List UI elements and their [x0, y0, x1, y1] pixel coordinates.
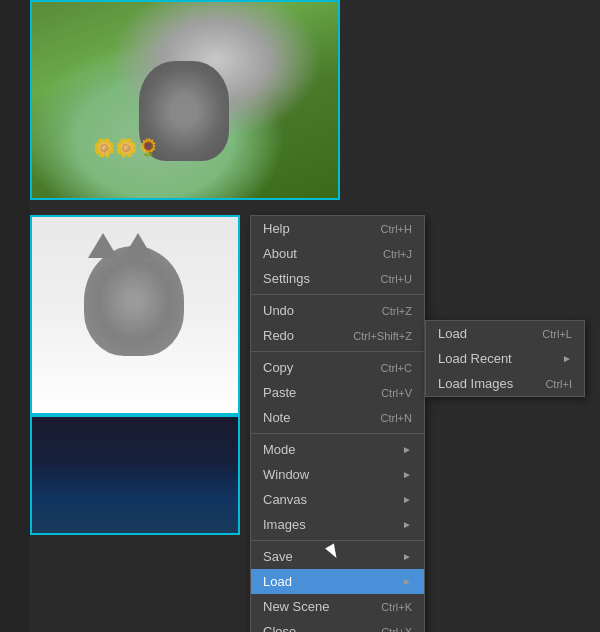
menu-item-save[interactable]: Save ►	[251, 544, 424, 569]
submenu-arrow-save: ►	[402, 551, 412, 562]
main-area: Help Ctrl+H About Ctrl+J Settings Ctrl+U…	[0, 0, 600, 632]
menu-item-load[interactable]: Load ►	[251, 569, 424, 594]
context-menu: Help Ctrl+H About Ctrl+J Settings Ctrl+U…	[250, 215, 425, 632]
menu-item-new-scene[interactable]: New Scene Ctrl+K	[251, 594, 424, 619]
submenu-arrow-canvas: ►	[402, 494, 412, 505]
menu-item-undo[interactable]: Undo Ctrl+Z	[251, 298, 424, 323]
menu-item-window[interactable]: Window ►	[251, 462, 424, 487]
menu-item-close[interactable]: Close Ctrl+X	[251, 619, 424, 632]
submenu-load: Load Ctrl+L Load Recent ► Load Images Ct…	[425, 320, 585, 397]
nature-image	[32, 417, 238, 533]
menu-item-redo[interactable]: Redo Ctrl+Shift+Z	[251, 323, 424, 348]
image-panel-nature[interactable]	[30, 415, 240, 535]
menu-item-note[interactable]: Note Ctrl+N	[251, 405, 424, 430]
kitten-image	[32, 2, 338, 198]
menu-item-copy[interactable]: Copy Ctrl+C	[251, 355, 424, 380]
image-panel-kitten[interactable]	[30, 0, 340, 200]
menu-item-about[interactable]: About Ctrl+J	[251, 241, 424, 266]
submenu-arrow-load-recent: ►	[562, 353, 572, 364]
menu-item-mode[interactable]: Mode ►	[251, 437, 424, 462]
menu-separator-2	[251, 351, 424, 352]
submenu-load-item[interactable]: Load Ctrl+L	[426, 321, 584, 346]
submenu-load-images[interactable]: Load Images Ctrl+I	[426, 371, 584, 396]
menu-separator-3	[251, 433, 424, 434]
submenu-arrow-mode: ►	[402, 444, 412, 455]
menu-item-help[interactable]: Help Ctrl+H	[251, 216, 424, 241]
cat-image	[32, 217, 238, 413]
submenu-arrow-window: ►	[402, 469, 412, 480]
submenu-load-recent[interactable]: Load Recent ►	[426, 346, 584, 371]
image-panel-cat[interactable]	[30, 215, 240, 415]
menu-separator-1	[251, 294, 424, 295]
menu-item-canvas[interactable]: Canvas ►	[251, 487, 424, 512]
menu-item-settings[interactable]: Settings Ctrl+U	[251, 266, 424, 291]
menu-item-images[interactable]: Images ►	[251, 512, 424, 537]
submenu-arrow-images: ►	[402, 519, 412, 530]
menu-separator-4	[251, 540, 424, 541]
submenu-arrow-load: ►	[402, 576, 412, 587]
left-sidebar-strip	[0, 0, 30, 632]
menu-item-paste[interactable]: Paste Ctrl+V	[251, 380, 424, 405]
